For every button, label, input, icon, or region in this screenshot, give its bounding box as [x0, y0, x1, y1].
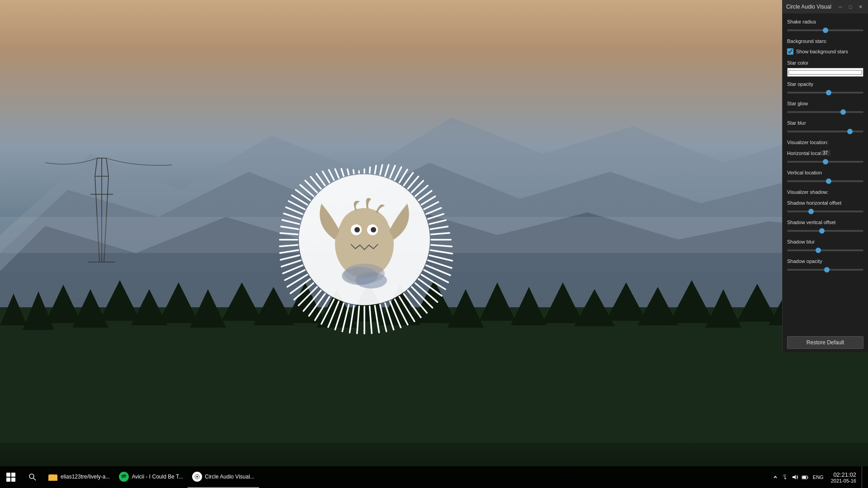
shadow-opacity-section: Shadow opacity: [787, 257, 863, 273]
visualizer-location-label: Visualizer location:: [787, 140, 863, 145]
svg-line-82: [370, 306, 372, 333]
panel-content: Shake radius Background stars: Show back…: [783, 14, 868, 333]
svg-line-74: [408, 291, 427, 313]
svg-line-116: [323, 171, 330, 183]
show-desktop-button[interactable]: [862, 466, 864, 488]
vertical-location-slider[interactable]: [787, 180, 863, 182]
svg-line-69: [424, 270, 448, 282]
svg-line-59: [428, 214, 444, 219]
cav-label: Circle Audio Visual...: [205, 474, 255, 480]
svg-line-57: [424, 202, 439, 209]
svg-point-127: [354, 227, 360, 232]
svg-line-99: [282, 260, 301, 267]
svg-line-62: [431, 233, 450, 235]
shadow-h-offset-label: Shadow horizontal offset: [787, 200, 863, 206]
visualizer-container: [256, 131, 473, 348]
svg-line-86: [343, 305, 349, 331]
svg-line-49: [395, 167, 402, 180]
svg-line-89: [321, 299, 334, 324]
vertical-location-section: Vertical location: [787, 168, 863, 185]
svg-line-65: [431, 250, 453, 254]
svg-line-121: [354, 170, 354, 174]
shake-radius-label: Shake radius: [787, 19, 863, 24]
panel-controls: ─ □ ✕: [836, 3, 864, 11]
horizontal-location-slider[interactable]: [787, 161, 863, 163]
minimize-button[interactable]: ─: [836, 3, 844, 11]
system-tray: ENG 02:21:02 2021-05-16: [771, 466, 868, 488]
svg-line-94: [294, 283, 314, 300]
cav-icon: [192, 472, 202, 482]
star-color-picker[interactable]: [787, 68, 863, 77]
svg-point-137: [196, 476, 198, 478]
star-glow-section: Star glow: [787, 99, 863, 116]
star-glow-label: Star glow: [787, 101, 863, 106]
shadow-blur-slider[interactable]: [787, 249, 863, 251]
star-blur-section: Star blur: [787, 118, 863, 135]
shadow-v-offset-slider[interactable]: [787, 230, 863, 232]
maximize-button[interactable]: □: [846, 3, 854, 11]
shadow-h-offset-section: Shadow horizontal offset: [787, 198, 863, 215]
svg-line-108: [286, 207, 303, 214]
taskbar: elias123tre/lively-a... Avicii - I Could…: [0, 466, 868, 488]
star-opacity-label: Star opacity: [787, 81, 863, 87]
chevron-up-icon: [773, 475, 778, 479]
svg-point-132: [29, 474, 34, 479]
show-stars-checkbox[interactable]: [787, 48, 793, 55]
star-opacity-slider[interactable]: [787, 92, 863, 94]
svg-line-48: [390, 165, 395, 178]
star-color-section: Star color: [787, 58, 863, 77]
taskbar-item-cav[interactable]: Circle Audio Visual...: [188, 466, 259, 488]
show-stars-row: Show background stars: [787, 48, 863, 55]
tray-overflow-button[interactable]: [771, 473, 779, 481]
panel-titlebar: Circle Audio Visual ─ □ ✕: [783, 0, 868, 14]
svg-point-128: [371, 227, 376, 232]
shake-radius-slider[interactable]: [787, 29, 863, 31]
svg-line-102: [280, 245, 298, 246]
svg-line-90: [315, 297, 330, 320]
spotify-logo: [121, 474, 127, 480]
svg-line-77: [395, 299, 408, 324]
svg-line-85: [350, 306, 354, 333]
svg-line-70: [422, 275, 446, 289]
star-blur-slider[interactable]: [787, 131, 863, 132]
svg-rect-142: [802, 476, 806, 479]
shadow-opacity-label: Shadow opacity: [787, 258, 863, 264]
star-blur-label: Star blur: [787, 120, 863, 126]
taskbar-item-spotify[interactable]: Avicii - I Could Be T...: [114, 466, 188, 488]
shadow-v-offset-label: Shadow vertical offset: [787, 220, 863, 225]
shadow-h-offset-slider[interactable]: [787, 211, 863, 212]
svg-line-71: [419, 279, 442, 296]
svg-line-105: [281, 226, 298, 229]
vertical-location-label: Vertical location: [787, 170, 863, 175]
language-label: ENG: [813, 474, 824, 480]
restore-default-button[interactable]: Restore Default: [787, 336, 863, 349]
svg-line-118: [335, 169, 339, 178]
svg-line-45: [375, 166, 377, 174]
star-glow-slider[interactable]: [787, 111, 863, 113]
svg-line-119: [341, 169, 344, 176]
svg-line-101: [280, 250, 299, 253]
svg-line-64: [431, 245, 452, 247]
taskbar-item-file-explorer[interactable]: elias123tre/lively-a...: [43, 466, 114, 488]
horizontal-location-section: Horizontal location 37: [787, 149, 863, 165]
svg-marker-139: [793, 475, 796, 479]
svg-line-107: [284, 214, 301, 219]
start-button[interactable]: [0, 466, 22, 488]
svg-line-96: [288, 275, 307, 287]
svg-line-92: [304, 291, 321, 311]
shadow-opacity-slider[interactable]: [787, 269, 863, 271]
svg-line-91: [309, 294, 326, 316]
show-stars-label: Show background stars: [796, 49, 848, 54]
language-button[interactable]: ENG: [811, 473, 826, 481]
file-explorer-label: elias123tre/lively-a...: [61, 474, 110, 480]
network-icon-button[interactable]: [781, 473, 789, 481]
svg-point-124: [340, 208, 389, 253]
search-button[interactable]: [22, 466, 43, 488]
close-button[interactable]: ✕: [856, 3, 864, 11]
volume-icon-button[interactable]: [791, 473, 799, 481]
svg-line-66: [429, 255, 452, 261]
system-clock[interactable]: 02:21:02 2021-05-16: [827, 466, 860, 488]
folder-icon: [48, 472, 58, 482]
battery-icon-button[interactable]: [801, 473, 809, 481]
svg-line-120: [348, 169, 349, 174]
